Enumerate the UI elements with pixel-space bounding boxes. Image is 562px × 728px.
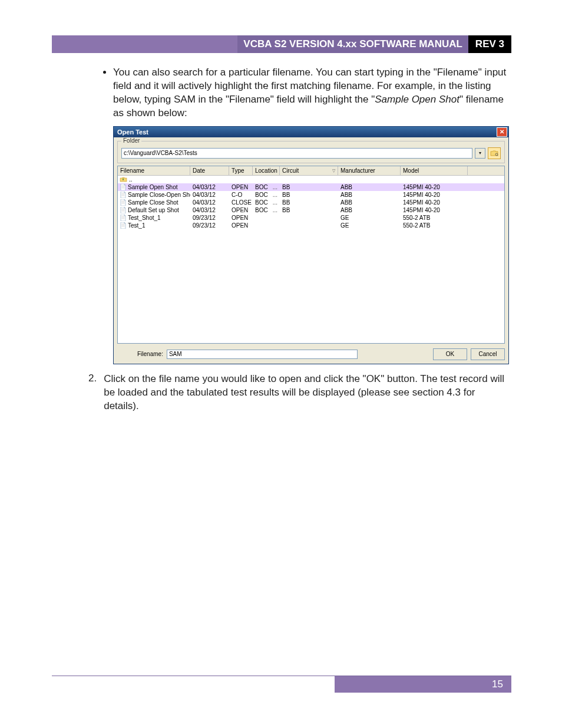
cell: BOC... (253, 191, 280, 199)
cell-text: 145PMI 40-20 (403, 184, 440, 190)
cell: 145PMI 40-20 (401, 206, 468, 214)
cell-text: ABB (340, 199, 352, 206)
cancel-button[interactable]: Cancel (471, 348, 505, 360)
col-header-type[interactable]: Type (229, 166, 253, 175)
cell-text: OPEN (232, 215, 248, 221)
cell-text: Default Set up Shot (128, 207, 179, 213)
cell-text: 145PMI 40-20 (403, 207, 440, 213)
browse-folder-icon[interactable] (488, 147, 501, 159)
cell-text: OPEN (232, 207, 248, 213)
cell-text: BOC (255, 207, 268, 213)
col-header-location[interactable]: Location (253, 166, 280, 175)
cell-text: ABB (340, 192, 352, 198)
cell-text: OPEN (232, 184, 248, 190)
cell: ABB (338, 191, 401, 199)
cell: OPEN (229, 183, 253, 191)
cell: BOC... (253, 206, 280, 214)
cell: 145PMI 40-20 (401, 191, 468, 199)
cell-text: BOC (255, 199, 268, 206)
cell-text: ... (273, 199, 277, 206)
col-header-circuit[interactable]: Circuit ▽ (280, 166, 338, 175)
cell: ABB (338, 183, 401, 191)
doc-header: VCBA S2 VERSION 4.xx SOFTWARE MANUAL REV… (52, 35, 511, 53)
cell-text: 04/03/12 (193, 184, 216, 190)
table-row[interactable]: Sample Close Shot04/03/12CLOSEBOC...BBAB… (118, 199, 504, 206)
col-header-model[interactable]: Model (401, 166, 468, 175)
cell-text: BB (282, 207, 290, 213)
cell: Sample Close-Open Shot (118, 191, 190, 199)
cell-text: 550-2 ATB (403, 215, 431, 221)
cell (468, 194, 504, 195)
cell: Sample Open Shot (118, 183, 190, 191)
cell-text: GE (340, 222, 349, 229)
cell-text: GE (340, 215, 349, 221)
header-accent (52, 35, 84, 53)
col-header-date[interactable]: Date (190, 166, 229, 175)
filename-input[interactable] (167, 350, 358, 359)
cell: ABB (338, 199, 401, 206)
folder-path-input[interactable]: c:\Vanguard\VCBA-S2\Tests (121, 148, 472, 159)
footer: 15 (52, 676, 511, 693)
cell-text: ... (273, 184, 277, 190)
content: You can also search for a particular fil… (88, 66, 511, 413)
col-header-filename[interactable]: Filename (118, 166, 190, 175)
cell: C-O (229, 191, 253, 199)
cell: GE (338, 222, 401, 229)
cell-text: ... (273, 192, 277, 198)
cell: CLOSE (229, 199, 253, 206)
step-number: 2. (88, 373, 97, 413)
up-folder-label: .. (129, 176, 133, 183)
cell-text: Test_Shot_1 (128, 215, 161, 221)
folder-up-icon (120, 176, 127, 183)
open-test-dialog: Open Test ✕ Folder c:\Vanguard\VCBA-S2\T… (113, 126, 509, 364)
cell: 550-2 ATB (401, 222, 468, 229)
file-icon (120, 207, 126, 213)
col-header-manufacturer[interactable]: Manufacturer (338, 166, 401, 175)
cell: BOC... (253, 199, 280, 206)
cell: ABB (338, 206, 401, 214)
cell-text: OPEN (232, 222, 248, 229)
cell-text: 04/03/12 (193, 207, 216, 213)
file-icon (120, 222, 126, 229)
cell-text: Sample Close Shot (128, 199, 178, 206)
cell: BB (280, 199, 338, 206)
up-folder-row[interactable]: .. (118, 176, 504, 183)
cell-text: 04/03/12 (193, 192, 216, 198)
cell-text: 09/23/12 (193, 222, 216, 229)
close-icon[interactable]: ✕ (497, 127, 507, 137)
cell-text: 04/03/12 (193, 199, 216, 206)
cell: BB (280, 206, 338, 214)
table-row[interactable]: Test_109/23/12OPENGE550-2 ATB (118, 222, 504, 229)
cell: 145PMI 40-20 (401, 199, 468, 206)
file-icon (120, 184, 126, 190)
file-icon (120, 215, 126, 221)
step-2: 2. Click on the file name you would like… (88, 373, 511, 413)
table-row[interactable]: Sample Close-Open Shot04/03/12C-OBOC...B… (118, 191, 504, 199)
bullet-text-italic: Sample Open Shot (375, 94, 459, 105)
bullet-item: You can also search for a particular fil… (113, 66, 511, 120)
dialog-bottom-row: Filename: OK Cancel (117, 348, 505, 360)
table-row[interactable]: Test_Shot_109/23/12OPENGE550-2 ATB (118, 214, 504, 222)
dialog-title: Open Test (117, 129, 148, 136)
ok-button[interactable]: OK (433, 348, 467, 360)
dialog-titlebar[interactable]: Open Test ✕ (114, 127, 508, 137)
cell-text: Sample Close-Open Shot (128, 192, 190, 198)
cell: Sample Close Shot (118, 199, 190, 206)
cell-text: ABB (340, 207, 352, 213)
cell-text: 09/23/12 (193, 215, 216, 221)
cell (253, 225, 280, 226)
filename-label: Filename: (137, 351, 163, 357)
cell (468, 202, 504, 203)
doc-revision: REV 3 (468, 35, 511, 53)
cell-text: BOC (255, 184, 268, 190)
cell-text: 145PMI 40-20 (403, 192, 440, 198)
page: VCBA S2 VERSION 4.xx SOFTWARE MANUAL REV… (0, 0, 562, 728)
cell: OPEN (229, 222, 253, 229)
grid-header: Filename Date Type Location Circuit ▽ Ma… (118, 166, 504, 176)
chevron-down-icon[interactable]: ▾ (475, 148, 485, 159)
table-row[interactable]: Default Set up Shot04/03/12OPENBOC...BBA… (118, 206, 504, 214)
table-row[interactable]: Sample Open Shot04/03/12OPENBOC...BBABB1… (118, 183, 504, 191)
svg-line-1 (497, 155, 498, 156)
folder-group: Folder c:\Vanguard\VCBA-S2\Tests ▾ (117, 141, 505, 163)
grid-body: .. Sample Open Shot04/03/12OPENBOC...BBA… (118, 176, 504, 229)
